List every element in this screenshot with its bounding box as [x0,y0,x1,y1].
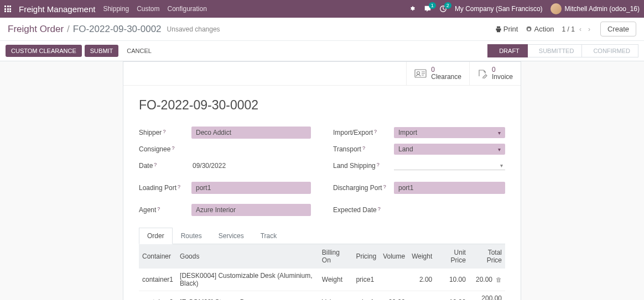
status-confirmed[interactable]: CONFIRMED [582,44,638,57]
pager-value: 1 / 1 [562,25,575,33]
messaging-icon[interactable]: 1 [424,5,432,13]
print-button[interactable]: Print [495,25,518,33]
status-bar: DRAFT SUBMITTED CONFIRMED [487,44,638,57]
activity-icon[interactable]: 2 [439,5,447,13]
tab-routes[interactable]: Routes [173,228,210,244]
svg-point-2 [417,72,420,75]
import-export-field[interactable]: Import▾ [394,127,505,138]
stat-invoice[interactable]: 0 Invoice [469,62,521,85]
tab-order[interactable]: Order [139,228,173,244]
label-import-export: Import/Export? [333,129,394,136]
breadcrumb-bar: Freight Order / FO-2022-09-30-0002 Unsav… [0,18,644,41]
tabs: Order Routes Services Track [139,228,505,244]
pager-next[interactable]: › [586,24,593,34]
gear-icon [526,26,532,33]
table-row[interactable]: container2 [E-COM08] Storage Box Volume … [139,291,505,300]
apps-icon[interactable] [4,6,11,12]
nav-custom[interactable]: Custom [137,5,159,13]
label-consignee: Consignee? [139,145,191,153]
company-switcher[interactable]: My Company (San Francisco) [455,5,543,13]
breadcrumb-root[interactable]: Freight Order [8,24,64,35]
th-unit-price: Unit Price [435,244,469,269]
form-sheet: 0 Clearance 0 Invoice FO-2022-09-30-0002… [123,61,521,300]
discharging-port-field[interactable]: port1 [394,182,505,194]
label-discharging-port: Discharging Port? [333,184,394,192]
user-menu[interactable]: Mitchell Admin (odoo_16) [550,3,640,14]
nav-configuration[interactable]: Configuration [167,5,206,13]
breadcrumb-current: FO-2022-09-30-0002 [73,24,162,35]
th-container: Container [139,244,176,269]
avatar [550,3,562,14]
record-title: FO-2022-09-30-0002 [139,98,505,113]
th-volume: Volume [380,244,408,269]
status-submitted[interactable]: SUBMITTED [528,44,583,57]
tab-services[interactable]: Services [210,228,252,244]
shipper-field[interactable]: Deco Addict [191,127,311,139]
label-date: Date? [139,162,191,170]
id-card-icon [414,69,427,78]
debug-icon[interactable] [409,6,416,12]
nav-shipping[interactable]: Shipping [103,5,129,13]
th-goods: Goods [176,244,319,269]
chevron-down-icon: ▾ [498,146,501,152]
th-billing-on: Billing On [319,244,353,269]
chevron-down-icon: ▾ [498,130,501,136]
create-button[interactable]: Create [600,22,636,36]
label-shipper: Shipper? [139,129,191,136]
pager-prev[interactable]: ‹ [577,24,584,34]
tab-track[interactable]: Track [252,228,285,244]
label-loading-port: Loading Port? [139,184,191,192]
chevron-down-icon: ▾ [500,162,503,169]
label-transport: Transport? [333,145,394,153]
print-icon [495,26,502,33]
label-expected-date: Expected Date? [333,206,394,214]
app-title: Freight Management [19,4,95,14]
status-draft[interactable]: DRAFT [487,44,528,57]
label-agent: Agent? [139,206,191,214]
th-pricing: Pricing [352,244,380,269]
agent-field[interactable]: Azure Interior [191,204,311,216]
pencil-square-icon [477,69,487,78]
custom-clearance-button[interactable]: CUSTOM CLEARANCE [6,45,82,57]
transport-field[interactable]: Land▾ [394,144,505,155]
th-total-price: Total Price [469,244,505,269]
submit-button[interactable]: SUBMIT [85,45,119,57]
topbar: Freight Management Shipping Custom Confi… [0,0,644,18]
cancel-button[interactable]: CANCEL [121,45,157,57]
actionbar: CUSTOM CLEARANCE SUBMIT CANCEL DRAFT SUB… [0,41,644,61]
table-row[interactable]: container1 [DESK0004] Customizable Desk … [139,269,505,291]
action-button[interactable]: Action [526,25,554,33]
label-land-shipping: Land Shipping? [333,162,394,170]
delete-row-icon[interactable]: 🗑 [496,276,502,283]
unsaved-indicator: Unsaved changes [167,25,220,33]
loading-port-field[interactable]: port1 [191,182,311,194]
order-table: Container Goods Billing On Pricing Volum… [139,244,505,300]
breadcrumb: Freight Order / FO-2022-09-30-0002 [8,24,162,35]
land-shipping-field[interactable]: ▾ [394,161,505,170]
th-weight: Weight [408,244,435,269]
date-field[interactable]: 09/30/2022 [191,160,311,172]
stat-clearance[interactable]: 0 Clearance [406,62,469,85]
